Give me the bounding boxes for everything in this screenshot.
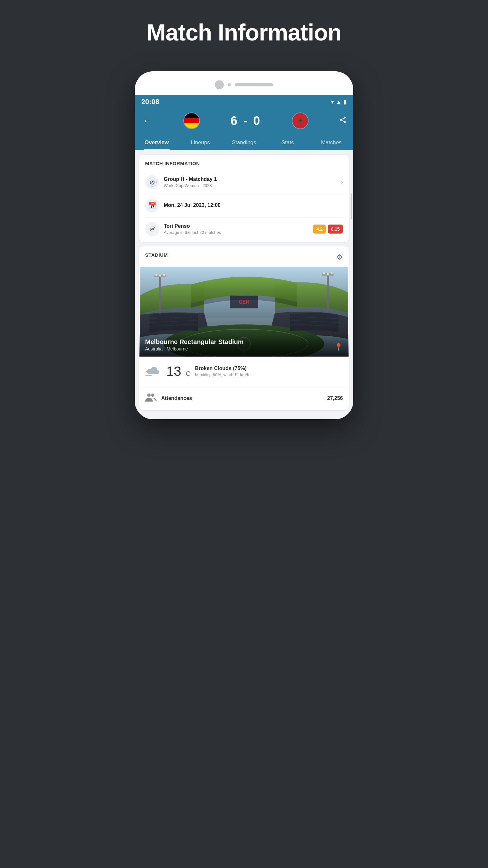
signal-icon: ▲ [336,99,341,105]
match-info-card: MATCH INFORMATION ⚽ Group H - Matchday 1… [139,155,349,242]
temperature-display: 13 °C [166,365,190,378]
stadium-info-text: Melbourne Rectangular Stadium Australia … [145,338,244,351]
phone-dots [228,83,231,86]
morocco-star: ✦ [297,117,303,124]
share-button[interactable] [339,116,347,126]
referee-badges: 4.2 0.15 [313,224,343,234]
competition-row[interactable]: ⚽ Group H - Matchday 1 World Cup Women -… [145,170,343,194]
competition-name: Group H - Matchday 1 [164,176,336,182]
temperature-unit: °C [183,370,190,377]
referee-text: Tori Penso Average in the last 20 matche… [164,223,308,235]
stadium-card-header: STADIUM ⚙ [139,246,349,267]
weather-row: 13 °C Broken Clouds (75%) humidity: 80%,… [139,356,349,386]
flag-germany [184,113,199,128]
weather-condition: Broken Clouds (75%) [195,366,343,371]
match-score-bar: ← 6 - 0 ✦ [135,108,353,135]
battery-icon: ▮ [344,98,347,105]
temperature-value: 13 [166,365,182,378]
match-score: 6 - 0 [230,114,261,128]
attendance-row: Attendances 27,256 [139,386,349,410]
referee-row: Tori Penso Average in the last 20 matche… [145,217,343,236]
status-icons: ▾ ▲ ▮ [331,98,347,105]
flag-stripe-gold [184,123,199,128]
date-text: Mon, 24 Jul 2023, 12:00 [164,203,343,209]
phone-frame: 20:08 ▾ ▲ ▮ ← 6 - 0 [135,71,353,419]
tab-overview[interactable]: Overview [135,135,178,150]
competition-arrow: › [341,179,343,186]
app-content: MATCH INFORMATION ⚽ Group H - Matchday 1… [135,150,353,419]
phone-camera [215,80,224,89]
competition-subtitle: World Cup Women - 2023 [164,183,336,188]
stadium-location: Australia - Melbourne [145,346,244,351]
weather-details: Broken Clouds (75%) humidity: 80%, wind:… [195,366,343,377]
svg-text:⚽: ⚽ [150,180,155,185]
app-header: 20:08 ▾ ▲ ▮ ← 6 - 0 [135,95,353,150]
tab-stats[interactable]: Stats [266,135,310,150]
svg-point-34 [151,394,155,397]
weather-icon [145,363,162,379]
stadium-card: STADIUM ⚙ [139,246,349,410]
weather-extra: humidity: 80%, wind: 11 km/h [195,372,343,377]
league-icon: ⚽ [145,175,159,189]
nav-tabs: Overview Lineups Standings Stats Matches [135,135,353,150]
referee-subtitle: Average in the last 20 matches [164,230,308,235]
tab-standings[interactable]: Standings [222,135,266,150]
phone-dot [228,83,231,86]
team-home-flag [183,113,200,129]
referee-icon [148,225,156,233]
referee-badge-orange: 4.2 [313,224,326,234]
match-date: Mon, 24 Jul 2023, 12:00 [164,203,343,208]
status-bar: 20:08 ▾ ▲ ▮ [135,95,353,108]
referee-icon-wrap [145,222,159,236]
stadium-title: STADIUM [145,252,168,258]
stadium-overlay: Melbourne Rectangular Stadium Australia … [139,333,349,356]
calendar-icon: 📅 [148,202,156,210]
phone-speaker [235,83,273,86]
attendance-icon [145,393,157,404]
flag-morocco: ✦ [292,113,308,128]
date-row: 📅 Mon, 24 Jul 2023, 12:00 [145,194,343,217]
location-pin-icon[interactable]: 📍 [334,343,343,351]
weather-cloud-icon [145,363,162,377]
tab-matches[interactable]: Matches [310,135,353,150]
status-time: 20:08 [141,98,159,106]
phone-top-bar [135,80,353,95]
tab-lineups[interactable]: Lineups [178,135,222,150]
match-info-title: MATCH INFORMATION [145,161,343,166]
competition-text: Group H - Matchday 1 World Cup Women - 2… [164,176,336,188]
attendance-value: 27,256 [327,396,343,401]
team-away-flag: ✦ [292,113,308,129]
wifi-icon: ▾ [331,98,334,105]
calendar-icon-wrap: 📅 [145,198,159,213]
flag-stripe-black [184,113,199,118]
back-button[interactable]: ← [141,114,153,127]
flag-stripe-red [184,118,199,123]
page-title: Match Information [147,19,341,45]
attendance-label: Attendances [161,396,323,401]
settings-icon[interactable]: ⚙ [336,253,343,261]
referee-name: Tori Penso [164,223,308,229]
svg-point-33 [148,394,151,397]
referee-badge-red: 0.15 [328,224,343,234]
people-icon [145,393,157,402]
stadium-image: GER Melbourne Rectangular Stadium Austra… [139,267,349,356]
scrollbar [351,193,352,219]
stadium-name: Melbourne Rectangular Stadium [145,338,244,346]
